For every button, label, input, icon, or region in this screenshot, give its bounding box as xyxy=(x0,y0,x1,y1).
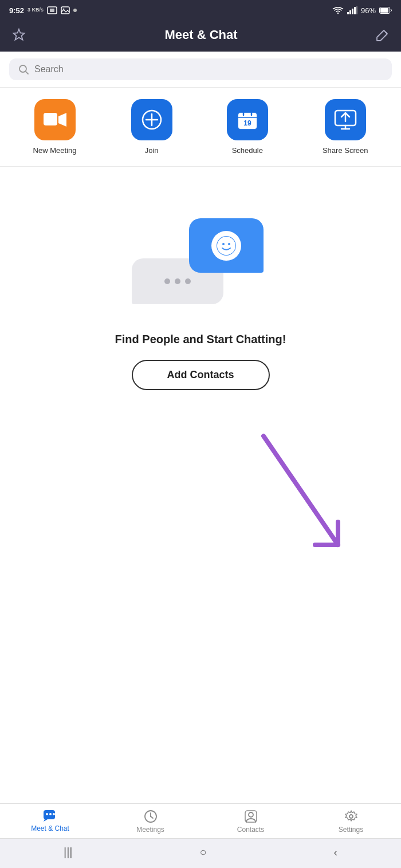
add-contacts-button[interactable]: Add Contacts xyxy=(132,360,270,390)
nav-meet-chat-label: Meet & Chat xyxy=(31,824,69,832)
dot-3 xyxy=(185,278,191,284)
nav-contacts-label: Contacts xyxy=(237,826,264,834)
blue-chat-bubble xyxy=(189,218,264,273)
svg-rect-6 xyxy=(352,9,353,14)
search-bar[interactable] xyxy=(9,58,392,80)
wifi-icon xyxy=(332,6,344,14)
join-action[interactable]: Join xyxy=(131,99,172,155)
menu-button[interactable]: ||| xyxy=(64,846,73,859)
battery-icon xyxy=(379,7,392,14)
svg-line-38 xyxy=(151,816,153,818)
smiley-icon xyxy=(211,231,241,261)
search-input[interactable] xyxy=(34,64,383,74)
svg-point-39 xyxy=(249,812,253,817)
status-time: 9:52 xyxy=(9,6,24,15)
status-dot xyxy=(73,9,77,12)
dot-1 xyxy=(164,278,170,284)
home-button[interactable]: ○ xyxy=(199,846,206,859)
nav-meetings-label: Meetings xyxy=(136,826,164,834)
arrow-container xyxy=(0,413,401,562)
dot-2 xyxy=(175,278,180,284)
header: Meet & Chat xyxy=(0,21,401,52)
svg-line-31 xyxy=(264,436,338,545)
contacts-icon xyxy=(244,810,258,823)
svg-point-35 xyxy=(53,813,55,815)
schedule-action[interactable]: 19 Schedule xyxy=(227,99,268,155)
svg-rect-2 xyxy=(61,7,69,14)
bottom-nav: Meet & Chat Meetings Contacts xyxy=(0,803,401,838)
status-bar: 9:52 3 KB/s xyxy=(0,0,401,21)
share-screen-label: Share Screen xyxy=(323,146,368,155)
schedule-label: Schedule xyxy=(232,146,263,155)
svg-point-11 xyxy=(19,65,26,72)
search-container xyxy=(0,52,401,88)
svg-rect-4 xyxy=(347,12,349,14)
svg-rect-13 xyxy=(44,113,57,125)
purple-arrow xyxy=(241,425,355,562)
share-screen-icon-wrap xyxy=(325,99,366,140)
battery-percent: 96% xyxy=(361,6,376,15)
join-icon-wrap xyxy=(131,99,172,140)
nav-meetings[interactable]: Meetings xyxy=(100,810,200,834)
nav-settings[interactable]: Settings xyxy=(301,810,401,834)
svg-point-30 xyxy=(228,243,230,245)
settings-icon xyxy=(344,810,358,823)
share-screen-action[interactable]: Share Screen xyxy=(323,99,368,155)
nav-settings-label: Settings xyxy=(339,826,363,834)
join-label: Join xyxy=(145,146,159,155)
nav-meet-chat[interactable]: Meet & Chat xyxy=(0,810,100,834)
meetings-icon xyxy=(144,810,158,823)
status-right: 96% xyxy=(332,6,392,15)
main-content: Find People and Start Chatting! Add Cont… xyxy=(0,167,401,803)
svg-point-34 xyxy=(49,813,52,815)
status-image-icon xyxy=(61,6,70,14)
svg-rect-5 xyxy=(349,10,351,14)
meet-chat-icon xyxy=(43,810,58,822)
nav-contacts[interactable]: Contacts xyxy=(200,810,301,834)
new-meeting-action[interactable]: New Meeting xyxy=(33,99,77,155)
status-data-speed: 3 KB/s xyxy=(27,7,44,13)
svg-line-12 xyxy=(26,72,28,74)
new-meeting-icon-wrap xyxy=(34,99,76,140)
signal-icon xyxy=(347,6,357,14)
search-icon xyxy=(18,64,29,74)
back-button[interactable]: ‹ xyxy=(333,846,337,859)
edit-icon[interactable] xyxy=(376,28,390,42)
svg-point-29 xyxy=(222,243,225,245)
svg-text:19: 19 xyxy=(243,119,251,127)
svg-point-28 xyxy=(217,237,235,255)
chat-illustration xyxy=(126,213,275,316)
svg-point-33 xyxy=(46,813,48,815)
favorite-icon[interactable] xyxy=(11,28,26,42)
svg-rect-7 xyxy=(354,7,356,14)
header-title: Meet & Chat xyxy=(164,28,237,42)
new-meeting-label: New Meeting xyxy=(33,146,77,155)
svg-point-41 xyxy=(349,815,353,818)
status-left: 9:52 3 KB/s xyxy=(9,6,77,15)
schedule-icon-wrap: 19 xyxy=(227,99,268,140)
svg-rect-1 xyxy=(50,9,54,12)
find-people-text: Find People and Start Chatting! xyxy=(115,333,286,346)
status-screenshot-icon xyxy=(47,6,57,14)
system-nav: ||| ○ ‹ xyxy=(0,838,401,868)
svg-rect-8 xyxy=(356,6,357,14)
svg-rect-10 xyxy=(380,8,388,13)
actions-row: New Meeting Join 19 Schedule xyxy=(0,88,401,167)
